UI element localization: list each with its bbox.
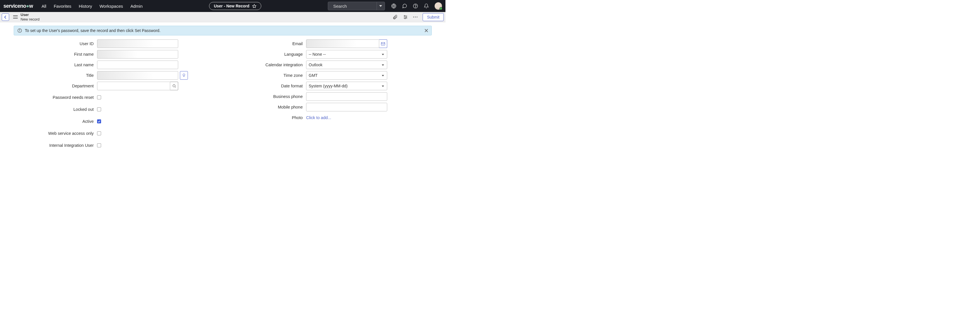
input-first-name[interactable] — [97, 50, 178, 59]
email-action-button[interactable] — [379, 40, 387, 48]
input-user-id[interactable] — [97, 40, 178, 48]
sub-header: User New record Submit — [0, 12, 445, 22]
nav-tab-workspaces[interactable]: Workspaces — [99, 4, 123, 9]
avatar[interactable] — [434, 2, 442, 10]
select-date-format[interactable]: System (yyyy-MM-dd) — [306, 82, 387, 90]
form-row-user-id: User ID — [14, 40, 223, 48]
banner-close-button[interactable] — [425, 29, 428, 32]
top-icon-tray — [391, 2, 442, 10]
search-dropdown-toggle[interactable] — [377, 2, 385, 10]
select-calendar-integration[interactable]: Outlook — [306, 60, 387, 69]
form-row-last-name: Last name — [14, 60, 223, 69]
nav-tabs: All Favorites History Workspaces Admin — [41, 4, 143, 9]
checkbox-active[interactable] — [97, 119, 101, 123]
form-area: User IDFirst nameLast nameTitleDepartmen… — [0, 40, 445, 164]
form-row-first-name: First name — [14, 50, 223, 59]
form-row-date-format: Date formatSystem (yyyy-MM-dd) — [223, 82, 432, 90]
svg-point-10 — [406, 17, 407, 17]
close-icon — [425, 29, 428, 32]
label-last-name: Last name — [14, 62, 97, 67]
sub-actions: Submit — [393, 13, 444, 21]
label-user-id: User ID — [14, 41, 97, 46]
svg-point-14 — [19, 29, 20, 30]
input-business-phone[interactable] — [306, 92, 387, 101]
svg-point-17 — [173, 84, 175, 87]
more-actions-button[interactable] — [413, 17, 417, 17]
svg-point-5 — [415, 7, 415, 8]
form-left-column: User IDFirst nameLast nameTitleDepartmen… — [14, 40, 223, 152]
label-photo: Photo — [223, 115, 306, 120]
form-row-password-needs-reset: Password needs reset — [14, 92, 223, 102]
back-button[interactable] — [2, 13, 9, 21]
nav-tab-history[interactable]: History — [79, 4, 92, 9]
form-row-mobile-phone: Mobile phone — [223, 103, 432, 111]
input-mobile-phone[interactable] — [306, 103, 387, 111]
mail-icon — [381, 42, 385, 46]
check-icon — [98, 120, 100, 123]
banner-text: To set up the User's password, save the … — [25, 28, 161, 33]
label-department: Department — [14, 84, 97, 88]
attachment-icon[interactable] — [393, 14, 398, 20]
globe-icon[interactable] — [391, 3, 396, 9]
svg-line-18 — [175, 87, 176, 87]
suggest-button-title[interactable] — [180, 71, 188, 80]
input-department[interactable] — [97, 82, 170, 90]
form-row-photo: PhotoClick to add... — [223, 113, 432, 122]
label-business-phone: Business phone — [223, 94, 306, 99]
form-row-internal-integration-user: Internal Integration User — [14, 140, 223, 150]
label-time-zone: Time zone — [223, 73, 306, 78]
select-time-zone[interactable]: GMT — [306, 71, 387, 80]
info-banner: To set up the User's password, save the … — [14, 26, 432, 35]
lightbulb-icon — [182, 73, 186, 77]
form-row-title: Title — [14, 71, 223, 80]
label-locked-out: Locked out — [14, 107, 97, 112]
star-icon[interactable] — [252, 4, 256, 8]
label-first-name: First name — [14, 52, 97, 57]
form-row-language: Language-- None -- — [223, 50, 432, 59]
label-title: Title — [14, 73, 97, 78]
checkbox-web-service-access-only[interactable] — [97, 131, 101, 135]
search-icon — [172, 84, 176, 88]
help-icon[interactable] — [413, 3, 418, 9]
caret-down-icon — [379, 5, 382, 7]
chevron-left-icon — [4, 16, 7, 19]
nav-tab-all[interactable]: All — [41, 4, 46, 9]
nav-tab-favorites[interactable]: Favorites — [54, 4, 72, 9]
label-password-needs-reset: Password needs reset — [14, 95, 97, 100]
form-row-business-phone: Business phone — [223, 92, 432, 101]
checkbox-internal-integration-user[interactable] — [97, 143, 101, 147]
chat-icon[interactable] — [402, 3, 407, 9]
label-language: Language — [223, 52, 306, 57]
form-row-email: Email — [223, 40, 432, 48]
label-email: Email — [223, 41, 306, 46]
nav-tab-admin[interactable]: Admin — [130, 4, 143, 9]
bell-icon[interactable] — [424, 3, 429, 9]
svg-rect-19 — [381, 42, 385, 45]
checkbox-password-needs-reset[interactable] — [97, 95, 101, 99]
svg-point-9 — [404, 16, 405, 16]
global-search — [328, 2, 385, 10]
svg-point-11 — [405, 18, 406, 19]
info-icon — [18, 28, 22, 33]
checkbox-locked-out[interactable] — [97, 107, 101, 111]
pill-title: User - New Record — [214, 4, 249, 8]
input-title[interactable] — [97, 71, 178, 80]
record-pill[interactable]: User - New Record — [209, 2, 261, 10]
form-row-active: Active — [14, 116, 223, 126]
link-photo[interactable]: Click to add... — [306, 115, 331, 120]
select-language[interactable]: -- None -- — [306, 50, 387, 59]
sliders-icon[interactable] — [403, 14, 408, 20]
submit-button[interactable]: Submit — [423, 13, 444, 21]
form-row-time-zone: Time zoneGMT — [223, 71, 432, 80]
form-row-locked-out: Locked out — [14, 104, 223, 114]
form-right-column: EmailLanguage-- None --Calendar integrat… — [223, 40, 432, 152]
svg-marker-0 — [253, 4, 256, 8]
input-last-name[interactable] — [97, 60, 178, 69]
breadcrumb-title: User — [21, 13, 40, 17]
form-row-department: Department — [14, 82, 223, 90]
context-menu-button[interactable] — [13, 16, 18, 19]
breadcrumb: User New record — [21, 13, 40, 21]
lookup-button-department[interactable] — [170, 82, 178, 90]
input-email[interactable] — [306, 40, 379, 48]
label-mobile-phone: Mobile phone — [223, 105, 306, 110]
